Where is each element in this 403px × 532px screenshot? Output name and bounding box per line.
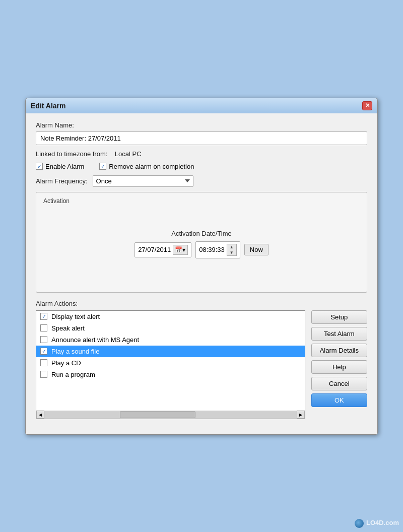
frequency-label: Alarm Frequency: bbox=[36, 177, 88, 185]
remove-on-completion-checkbox[interactable] bbox=[99, 163, 106, 170]
listbox-container: Display text alert Speak alert Announce … bbox=[36, 310, 305, 419]
enable-alarm-checkbox[interactable] bbox=[36, 163, 43, 170]
remove-on-completion-label: Remove alarm on completion bbox=[109, 163, 194, 170]
date-input-container: 27/07/2011 📅▾ bbox=[135, 242, 191, 257]
datetime-section: Activation Date/Time 27/07/2011 📅▾ 08:39… bbox=[43, 230, 360, 258]
action-label-4: Play a CD bbox=[51, 359, 81, 367]
list-item[interactable]: Speak alert bbox=[36, 322, 305, 334]
time-value: 08:39:33 bbox=[199, 246, 225, 253]
datetime-row: 27/07/2011 📅▾ 08:39:33 ▲ ▼ Now bbox=[135, 241, 268, 258]
list-item-selected[interactable]: Play a sound file bbox=[36, 346, 305, 357]
activation-datetime-label: Activation Date/Time bbox=[171, 230, 231, 237]
setup-button[interactable]: Setup bbox=[311, 310, 367, 324]
alarm-details-button[interactable]: Alarm Details bbox=[311, 344, 367, 357]
scroll-thumb[interactable] bbox=[120, 411, 195, 418]
action-checkbox-5[interactable] bbox=[40, 371, 47, 378]
close-button[interactable]: ✕ bbox=[362, 101, 372, 110]
timezone-row: Linked to timezone from: Local PC bbox=[36, 150, 367, 158]
time-down-button[interactable]: ▼ bbox=[227, 250, 236, 255]
action-checkbox-0[interactable] bbox=[40, 313, 47, 320]
side-buttons: Setup Test Alarm Alarm Details Help Canc… bbox=[311, 310, 367, 407]
dialog-content: Alarm Name: Linked to timezone from: Loc… bbox=[26, 113, 377, 434]
actions-listbox[interactable]: Display text alert Speak alert Announce … bbox=[36, 310, 305, 411]
watermark-text: LO4D.com bbox=[366, 519, 399, 526]
scroll-track[interactable] bbox=[44, 411, 297, 419]
horizontal-scrollbar[interactable]: ◀ ▶ bbox=[36, 411, 305, 419]
list-item[interactable]: Announce alert with MS Agent bbox=[36, 334, 305, 346]
scroll-right-button[interactable]: ▶ bbox=[297, 411, 305, 419]
remove-on-completion-item[interactable]: Remove alarm on completion bbox=[99, 163, 194, 170]
alarm-name-label: Alarm Name: bbox=[36, 121, 367, 129]
action-label-3: Play a sound file bbox=[51, 348, 99, 355]
timezone-label: Linked to timezone from: bbox=[36, 150, 107, 158]
edit-alarm-dialog: Edit Alarm ✕ Alarm Name: Linked to timez… bbox=[25, 98, 378, 435]
action-label-1: Speak alert bbox=[51, 324, 85, 332]
alarm-actions-label: Alarm Actions: bbox=[36, 300, 367, 307]
time-spinner[interactable]: ▲ ▼ bbox=[227, 244, 237, 256]
alarm-name-input[interactable] bbox=[36, 131, 367, 145]
actions-bottom: Display text alert Speak alert Announce … bbox=[36, 310, 367, 419]
frequency-row: Alarm Frequency: Once bbox=[36, 175, 367, 187]
date-value: 27/07/2011 bbox=[138, 246, 171, 253]
cancel-button[interactable]: Cancel bbox=[311, 377, 367, 390]
dialog-title: Edit Alarm bbox=[31, 102, 66, 110]
listbox-inner[interactable]: Display text alert Speak alert Announce … bbox=[36, 311, 305, 411]
time-input-container: 08:39:33 ▲ ▼ bbox=[195, 241, 240, 258]
enable-alarm-item[interactable]: Enable Alarm bbox=[36, 163, 84, 170]
action-checkbox-2[interactable] bbox=[40, 336, 47, 343]
frequency-select[interactable]: Once bbox=[93, 175, 193, 187]
list-item[interactable]: Play a CD bbox=[36, 357, 305, 369]
title-bar: Edit Alarm ✕ bbox=[26, 98, 377, 113]
select-arrow-icon bbox=[185, 179, 190, 182]
list-item[interactable]: Run a program bbox=[36, 369, 305, 380]
timezone-value: Local PC bbox=[115, 150, 142, 158]
globe-icon bbox=[355, 519, 364, 528]
activation-group: Activation Activation Date/Time 27/07/20… bbox=[36, 192, 367, 293]
action-checkbox-4[interactable] bbox=[40, 359, 47, 366]
frequency-value: Once bbox=[96, 177, 112, 185]
ok-button[interactable]: OK bbox=[311, 393, 367, 407]
scroll-left-button[interactable]: ◀ bbox=[36, 411, 44, 419]
action-checkbox-1[interactable] bbox=[40, 324, 47, 331]
list-item[interactable]: Display text alert bbox=[36, 311, 305, 322]
action-label-5: Run a program bbox=[51, 371, 95, 378]
action-checkbox-3[interactable] bbox=[40, 348, 47, 355]
help-button[interactable]: Help bbox=[311, 360, 367, 374]
time-up-button[interactable]: ▲ bbox=[227, 244, 236, 250]
actions-section: Alarm Actions: Display text alert Speak … bbox=[36, 300, 367, 419]
test-alarm-button[interactable]: Test Alarm bbox=[311, 327, 367, 341]
calendar-button[interactable]: 📅▾ bbox=[173, 245, 188, 255]
activation-group-label: Activation bbox=[43, 197, 360, 205]
enable-alarm-label: Enable Alarm bbox=[45, 163, 84, 170]
now-button[interactable]: Now bbox=[244, 244, 268, 255]
calendar-icon: 📅▾ bbox=[175, 246, 185, 253]
checkbox-row: Enable Alarm Remove alarm on completion bbox=[36, 163, 367, 170]
action-label-2: Announce alert with MS Agent bbox=[51, 336, 139, 344]
watermark: LO4D.com bbox=[355, 519, 399, 528]
action-label-0: Display text alert bbox=[51, 313, 100, 320]
